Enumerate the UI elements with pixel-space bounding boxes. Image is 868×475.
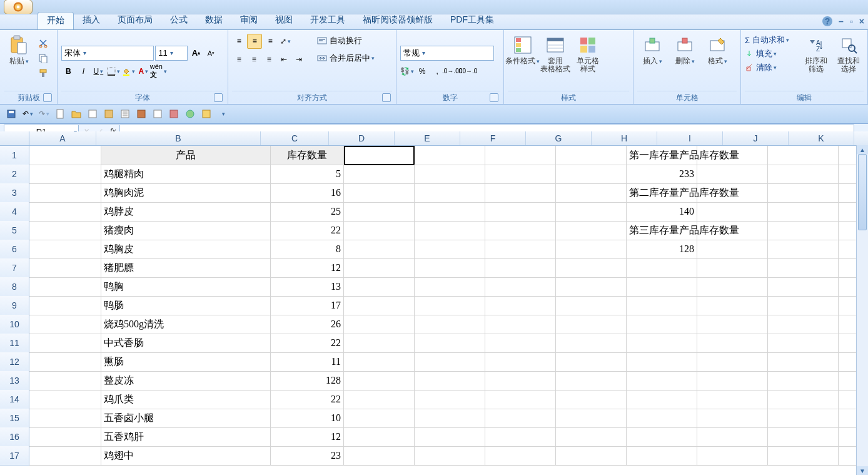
paste-button[interactable]: 粘贴▾	[4, 33, 34, 66]
col-header-B[interactable]: B	[96, 131, 261, 145]
cell-D15[interactable]	[344, 409, 415, 428]
cell-A8[interactable]	[29, 277, 101, 297]
cell-J2[interactable]	[768, 165, 839, 184]
scroll-thumb[interactable]	[858, 154, 867, 230]
cell-I6[interactable]	[697, 240, 768, 259]
cell-B5[interactable]: 猪瘦肉	[101, 221, 271, 240]
cell-G7[interactable]	[556, 258, 627, 278]
cell-I2[interactable]	[697, 165, 768, 184]
fill-color-button[interactable]: ▾	[121, 64, 135, 78]
tab-8[interactable]: 福昕阅读器领鲜版	[354, 12, 442, 29]
cell-G1[interactable]	[556, 146, 627, 165]
qat-btn-1[interactable]	[86, 108, 99, 120]
cell-D4[interactable]	[344, 202, 415, 222]
cell-C5[interactable]: 22	[271, 221, 344, 240]
cell-C15[interactable]: 10	[271, 409, 344, 428]
row-header-1[interactable]: 1	[0, 146, 29, 165]
cell-F6[interactable]	[485, 240, 556, 259]
phonetic-button[interactable]: wén文▾	[151, 64, 165, 78]
row-header-16[interactable]: 16	[0, 427, 29, 447]
worksheet[interactable]: ABCDEFGHIJK1产品库存数量第一库存量产品库存数量2鸡腿精肉52333鸡…	[0, 131, 868, 475]
cell-E1[interactable]	[415, 146, 485, 165]
restore-button[interactable]: ▫	[850, 16, 853, 26]
tab-7[interactable]: 开发工具	[301, 12, 354, 29]
tab-4[interactable]: 数据	[196, 12, 231, 29]
cell-A3[interactable]	[29, 183, 101, 203]
help-icon[interactable]: ?	[822, 16, 832, 26]
qat-btn-3[interactable]	[119, 108, 131, 120]
row-header-9[interactable]: 9	[0, 296, 29, 315]
cell-J6[interactable]	[768, 240, 839, 259]
cell-H8[interactable]	[627, 277, 697, 297]
cell-I16[interactable]	[697, 427, 768, 447]
cell-B4[interactable]: 鸡脖皮	[101, 202, 271, 222]
decrease-font-button[interactable]: A▾	[204, 46, 218, 60]
autosum-button[interactable]: Σ 自动求和▾	[745, 34, 799, 46]
cell-G8[interactable]	[556, 277, 627, 297]
cell-A4[interactable]	[29, 202, 101, 222]
cell-F14[interactable]	[485, 390, 556, 409]
cell-I10[interactable]	[697, 315, 768, 334]
qat-btn-2[interactable]	[103, 108, 115, 120]
align-right-button[interactable]: ≡	[262, 53, 276, 66]
cell-J15[interactable]	[768, 409, 839, 428]
cell-B14[interactable]: 鸡爪类	[101, 390, 271, 409]
cell-styles-button[interactable]: 单元格 样式	[573, 33, 603, 73]
align-dialog-launcher[interactable]	[382, 93, 391, 102]
sort-filter-button[interactable]: AZ排序和 筛选	[801, 33, 831, 73]
cell-B13[interactable]: 整皮冻	[101, 371, 271, 391]
font-dialog-launcher[interactable]	[214, 93, 223, 102]
cell-C11[interactable]: 22	[271, 334, 344, 353]
office-button[interactable]	[4, 0, 33, 14]
qat-btn-5[interactable]	[151, 108, 164, 120]
cell-B7[interactable]: 猪肥膘	[101, 258, 271, 278]
cell-E17[interactable]	[415, 446, 485, 466]
row-header-13[interactable]: 13	[0, 371, 29, 391]
cell-C17[interactable]: 23	[271, 446, 344, 466]
tab-3[interactable]: 公式	[161, 12, 196, 29]
align-bottom-button[interactable]: ≡	[263, 34, 277, 48]
cell-B8[interactable]: 鸭胸	[101, 277, 271, 297]
cell-B17[interactable]: 鸡翅中	[101, 446, 271, 466]
qat-open-icon[interactable]	[70, 108, 83, 120]
cell-E10[interactable]	[415, 315, 485, 334]
cell-A9[interactable]	[29, 296, 101, 315]
cell-G3[interactable]	[556, 183, 627, 203]
cell-H4[interactable]: 140	[627, 202, 697, 222]
font-size-select[interactable]: 11▾	[155, 46, 188, 61]
cell-D3[interactable]	[344, 183, 415, 203]
cell-F17[interactable]	[485, 446, 556, 466]
row-header-2[interactable]: 2	[0, 165, 29, 184]
cell-J8[interactable]	[768, 277, 839, 297]
align-left-button[interactable]: ≡	[232, 53, 246, 66]
cell-E7[interactable]	[415, 258, 485, 278]
align-center-button[interactable]: ≡	[247, 53, 261, 66]
cell-G2[interactable]	[556, 165, 627, 184]
cell-B3[interactable]: 鸡胸肉泥	[101, 183, 271, 203]
cell-E11[interactable]	[415, 334, 485, 353]
cell-F15[interactable]	[485, 409, 556, 428]
wrap-text-button[interactable]: 自动换行	[315, 34, 377, 48]
row-header-6[interactable]: 6	[0, 240, 29, 259]
scroll-down-icon[interactable]: ▼	[857, 466, 868, 475]
cell-C3[interactable]: 16	[271, 183, 344, 203]
cell-E13[interactable]	[415, 371, 485, 391]
qat-more-icon[interactable]: ▾	[216, 108, 229, 120]
cell-H16[interactable]	[627, 427, 697, 447]
col-header-F[interactable]: F	[460, 131, 526, 145]
font-name-select[interactable]: 宋体▾	[61, 46, 154, 61]
cell-H17[interactable]	[627, 446, 697, 466]
col-header-K[interactable]: K	[789, 131, 854, 145]
row-header-8[interactable]: 8	[0, 277, 29, 297]
bold-button[interactable]: B	[61, 64, 75, 78]
cell-H13[interactable]	[627, 371, 697, 391]
cell-D14[interactable]	[344, 390, 415, 409]
cell-D2[interactable]	[344, 165, 415, 184]
cell-G15[interactable]	[556, 409, 627, 428]
cell-I8[interactable]	[697, 277, 768, 297]
cell-E9[interactable]	[415, 296, 485, 315]
qat-btn-4[interactable]	[135, 108, 148, 120]
qat-btn-7[interactable]	[184, 108, 196, 120]
cell-C9[interactable]: 17	[271, 296, 344, 315]
col-header-A[interactable]: A	[29, 131, 96, 145]
